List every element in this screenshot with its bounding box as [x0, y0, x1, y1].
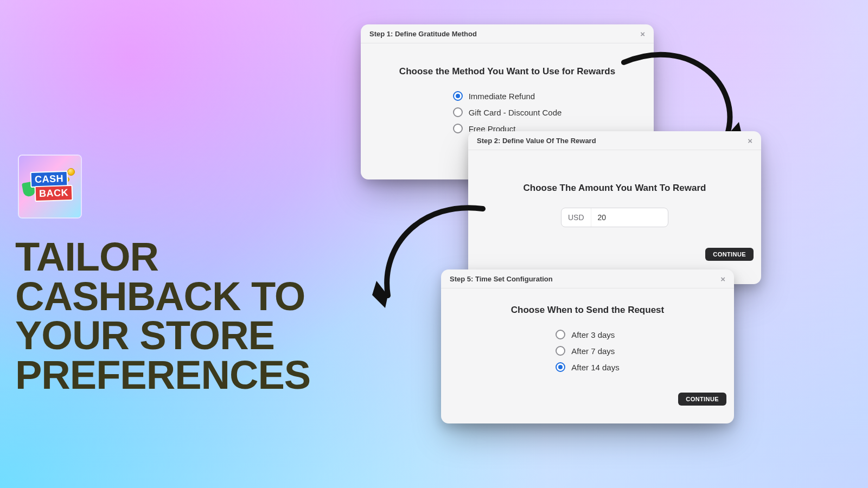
reward-amount-input[interactable]: USD 20: [561, 208, 668, 227]
option-label: After 14 days: [571, 363, 619, 372]
step5-header-title: Step 5: Time Set Configuration: [450, 275, 553, 283]
step2-header-title: Step 2: Define Value Of The Reward: [477, 137, 596, 145]
close-icon[interactable]: ×: [720, 275, 725, 283]
option-label: Immediate Refund: [469, 92, 535, 101]
option-after-14-days[interactable]: After 14 days: [556, 362, 619, 372]
radio-icon: [556, 362, 565, 372]
step2-dialog: Step 2: Define Value Of The Reward × Cho…: [468, 131, 761, 284]
radio-icon: [453, 91, 463, 101]
cashback-logo-inner: CASH BACK: [26, 171, 74, 202]
radio-icon: [556, 330, 565, 339]
option-gift-card[interactable]: Gift Card - Discount Code: [453, 107, 562, 117]
step2-title: Choose The Amount You Want To Reward: [479, 183, 750, 194]
option-after-3-days[interactable]: After 3 days: [556, 330, 615, 339]
option-label: After 3 days: [571, 330, 615, 339]
option-label: After 7 days: [571, 346, 615, 356]
step5-header: Step 5: Time Set Configuration ×: [441, 269, 734, 288]
radio-icon: [556, 346, 565, 356]
promo-stage: CASH BACK TAILOR CASHBACK TO YOUR STORE …: [0, 0, 868, 488]
option-after-7-days[interactable]: After 7 days: [556, 346, 615, 356]
close-icon[interactable]: ×: [748, 137, 752, 145]
coin-icon: [67, 168, 75, 176]
close-icon[interactable]: ×: [640, 30, 645, 38]
reward-amount-value: 20: [591, 213, 613, 222]
option-immediate-refund[interactable]: Immediate Refund: [453, 91, 535, 101]
continue-button[interactable]: CONTINUE: [678, 393, 726, 406]
logo-back-label: BACK: [35, 185, 73, 202]
continue-button[interactable]: CONTINUE: [705, 248, 754, 261]
cashback-logo: CASH BACK: [19, 156, 81, 217]
step1-title: Choose the Method You Want to Use for Re…: [372, 66, 643, 77]
step1-header: Step 1: Define Gratitude Method ×: [361, 24, 654, 43]
step5-title: Choose When to Send the Request: [452, 305, 723, 316]
svg-marker-1: [372, 281, 388, 308]
radio-icon: [453, 124, 463, 133]
step2-header: Step 2: Define Value Of The Reward ×: [468, 131, 761, 150]
radio-icon: [453, 107, 463, 117]
option-label: Gift Card - Discount Code: [469, 108, 562, 117]
currency-label: USD: [561, 208, 591, 227]
step5-dialog: Step 5: Time Set Configuration × Choose …: [441, 269, 734, 423]
headline: TAILOR CASHBACK TO YOUR STORE PREFERENCE…: [15, 237, 362, 395]
step1-header-title: Step 1: Define Gratitude Method: [369, 30, 477, 38]
